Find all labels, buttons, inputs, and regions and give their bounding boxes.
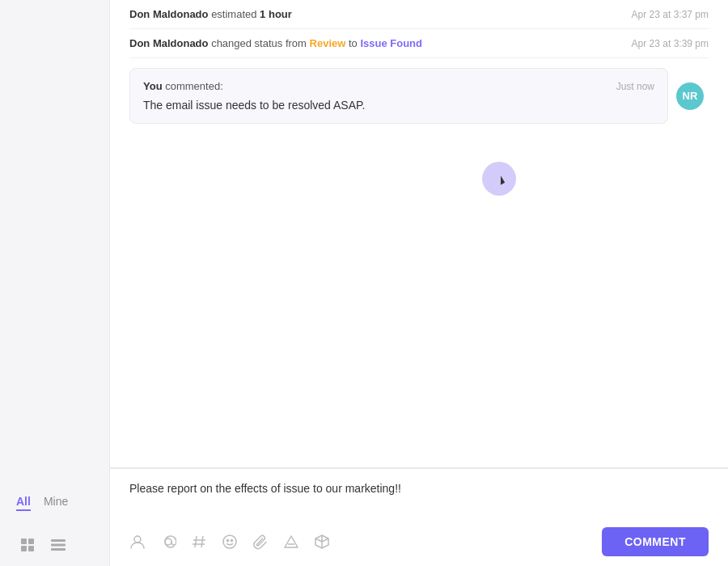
tab-mine[interactable]: Mine [44,495,68,511]
cursor-arrow [497,175,505,185]
changed-text: changed status from [211,37,309,49]
hash-icon[interactable] [191,534,207,550]
activity-area: Don Maldonado estimated 1 hour Apr 23 at… [110,0,728,467]
drive-icon[interactable] [283,534,299,550]
comment-bubble: You commented: Just now The email issue … [129,68,668,124]
at-icon[interactable] [160,534,176,550]
svg-rect-2 [21,546,27,551]
person-icon[interactable] [129,534,146,550]
tab-all[interactable]: All [16,495,31,511]
box-icon[interactable] [314,534,330,550]
comment-input[interactable]: Please report on the effects of issue to… [110,469,728,517]
attachment-icon[interactable] [252,534,269,550]
comment-text: The email issue needs to be resolved ASA… [143,99,654,112]
actor-name-2: Don Maldonado [129,37,209,49]
list-view-icon[interactable] [47,534,70,556]
sidebar: All Mine [0,0,109,566]
svg-rect-3 [28,546,34,551]
comment-author: You commented: [143,80,223,92]
svg-line-10 [201,536,203,547]
svg-rect-1 [28,539,34,544]
cursor-indicator [482,162,516,196]
action-text: estimated [211,8,260,20]
comment-header: You commented: Just now [143,80,654,92]
svg-rect-4 [51,539,66,542]
to-text: to [349,37,360,49]
comment-timestamp: Just now [616,81,654,92]
emoji-icon[interactable] [222,534,238,550]
sidebar-tabs: All Mine [0,482,109,524]
svg-rect-0 [21,539,27,544]
view-icons [0,524,109,566]
svg-point-14 [227,540,229,542]
status-timestamp: Apr 23 at 3:39 pm [632,38,709,49]
svg-point-13 [223,535,236,548]
activity-estimate-text: Don Maldonado estimated 1 hour [129,8,619,20]
svg-point-15 [231,540,233,542]
grid-view-icon[interactable] [16,534,39,556]
toolbar-icons [129,534,330,550]
comment-toolbar: COMMENT [110,521,728,566]
svg-point-7 [134,536,141,543]
commented-label: commented: [165,80,223,92]
svg-rect-5 [51,544,66,547]
svg-line-9 [195,536,197,547]
comment-input-area: Please report on the effects of issue to… [110,468,728,566]
comment-you-label: You [143,80,163,92]
estimate-value: 1 hour [260,8,292,20]
estimate-timestamp: Apr 23 at 3:37 pm [632,9,709,20]
actor-name: Don Maldonado [129,8,209,20]
avatar: NR [676,82,704,110]
status-from: Review [310,37,346,49]
comment-button[interactable]: COMMENT [602,527,709,556]
status-to: Issue Found [360,37,422,49]
status-change-text: Don Maldonado changed status from Review… [129,37,619,49]
svg-rect-6 [51,548,66,551]
main-panel: Don Maldonado estimated 1 hour Apr 23 at… [109,0,728,566]
activity-estimate: Don Maldonado estimated 1 hour Apr 23 at… [129,0,709,29]
activity-status-change: Don Maldonado changed status from Review… [129,29,709,58]
